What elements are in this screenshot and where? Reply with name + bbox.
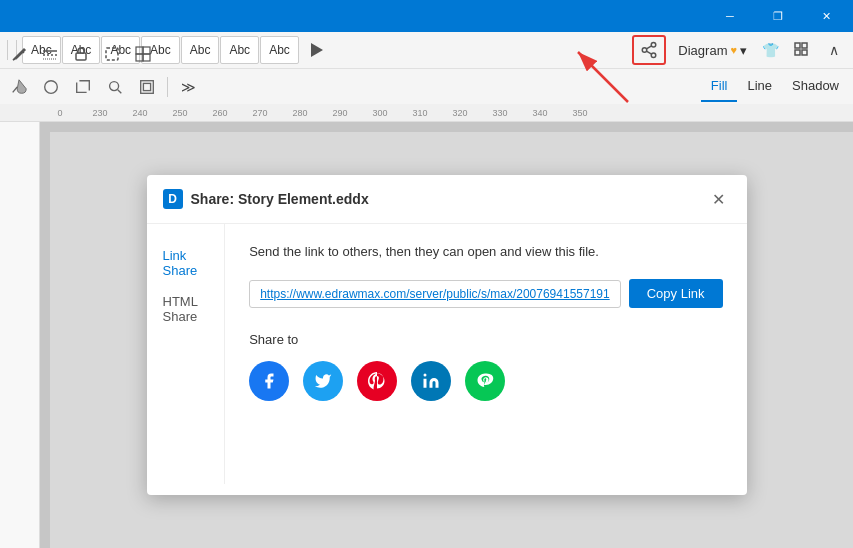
svg-rect-8 xyxy=(802,50,807,55)
svg-rect-6 xyxy=(802,43,807,48)
diagram-label: Diagram xyxy=(678,43,727,58)
diagram-dropdown[interactable]: Diagram ♥ ▾ xyxy=(672,40,753,61)
restore-button[interactable]: ❐ xyxy=(755,0,801,32)
pinterest-share-button[interactable] xyxy=(357,361,397,401)
svg-rect-23 xyxy=(143,47,150,54)
heart-icon: ♥ xyxy=(730,44,737,56)
svg-rect-5 xyxy=(795,43,800,48)
share-dialog: D Share: Story Element.eddx ✕ Link Share… xyxy=(147,175,747,495)
svg-rect-20 xyxy=(76,53,86,60)
shape-icon[interactable] xyxy=(36,73,66,101)
dialog-content: Send the link to others, then they can o… xyxy=(225,224,746,484)
line-share-button[interactable] xyxy=(465,361,505,401)
nav-html-share[interactable]: HTML Share xyxy=(147,286,225,332)
svg-rect-14 xyxy=(141,80,154,93)
ruler-mark: 280 xyxy=(280,108,320,118)
share-to-label: Share to xyxy=(249,332,722,347)
svg-rect-22 xyxy=(136,47,143,54)
svg-point-11 xyxy=(45,80,58,93)
ruler-mark: 0 xyxy=(40,108,80,118)
svg-line-3 xyxy=(647,51,652,54)
close-button[interactable]: ✕ xyxy=(803,0,849,32)
dialog-body: Link Share HTML Share Send the link to o… xyxy=(147,224,747,484)
frame-icon[interactable] xyxy=(132,73,162,101)
abc-btn-6[interactable]: Abc xyxy=(260,36,299,64)
svg-rect-25 xyxy=(143,54,150,61)
shadow-tab[interactable]: Shadow xyxy=(782,71,849,102)
svg-marker-9 xyxy=(311,43,323,57)
ruler-mark: 270 xyxy=(240,108,280,118)
nav-link-share[interactable]: Link Share xyxy=(147,240,225,286)
crop-icon[interactable] xyxy=(68,73,98,101)
toolbar-row2: ≫ Fill Line Shadow xyxy=(0,68,853,104)
ruler-mark: 290 xyxy=(320,108,360,118)
svg-line-4 xyxy=(647,46,652,49)
svg-point-28 xyxy=(424,374,427,377)
svg-rect-24 xyxy=(136,54,143,61)
dialog-title: Share: Story Element.eddx xyxy=(191,191,699,207)
dialog-close-button[interactable]: ✕ xyxy=(707,187,731,211)
svg-point-0 xyxy=(652,43,657,48)
tshirt-button[interactable]: 👕 xyxy=(755,36,785,64)
abc-btn-4[interactable]: Abc xyxy=(181,36,220,64)
main-area: D Share: Story Element.eddx ✕ Link Share… xyxy=(0,122,853,548)
chevron-up-icon[interactable]: ∧ xyxy=(819,36,849,64)
svg-point-2 xyxy=(652,53,657,58)
toolbar2-left xyxy=(4,40,158,68)
ruler-mark: 300 xyxy=(360,108,400,118)
svg-rect-27 xyxy=(424,379,427,388)
link-row: https://www.edrawmax.com/server/public/s… xyxy=(249,279,722,308)
svg-line-13 xyxy=(118,89,122,93)
titlebar: ─ ❐ ✕ xyxy=(0,0,853,32)
line-tab[interactable]: Line xyxy=(737,71,782,102)
sep-r1 xyxy=(167,77,168,97)
window-controls: ─ ❐ ✕ xyxy=(707,0,849,32)
pen-icon[interactable] xyxy=(4,40,34,68)
social-icons-row xyxy=(249,361,722,401)
grid-button[interactable] xyxy=(787,36,817,64)
dialog-sidebar: Link Share HTML Share xyxy=(147,224,226,484)
svg-point-12 xyxy=(110,81,119,90)
dialog-title-icon: D xyxy=(163,189,183,209)
search-icon[interactable] xyxy=(100,73,130,101)
dialog-description: Send the link to others, then they can o… xyxy=(249,244,722,259)
ruler: 0 230 240 250 260 270 280 290 300 310 32… xyxy=(0,104,853,122)
svg-rect-15 xyxy=(143,83,150,90)
multi-select-icon[interactable] xyxy=(128,40,158,68)
ruler-mark: 240 xyxy=(120,108,160,118)
double-chevron-right[interactable]: ≫ xyxy=(173,73,203,101)
line-style-icon[interactable] xyxy=(35,40,65,68)
linkedin-share-button[interactable] xyxy=(411,361,451,401)
ruler-mark: 250 xyxy=(160,108,200,118)
svg-rect-21 xyxy=(106,48,118,60)
svg-line-10 xyxy=(13,87,18,92)
expand-icon[interactable] xyxy=(302,36,332,64)
svg-point-1 xyxy=(643,48,648,53)
abc-btn-5[interactable]: Abc xyxy=(220,36,259,64)
minimize-button[interactable]: ─ xyxy=(707,0,753,32)
style-tabs-right: Fill Line Shadow xyxy=(701,71,849,102)
left-sidebar xyxy=(0,122,40,548)
copy-link-button[interactable]: Copy Link xyxy=(629,279,723,308)
link-url-display[interactable]: https://www.edrawmax.com/server/public/s… xyxy=(249,280,621,308)
lock-icon[interactable] xyxy=(66,40,96,68)
facebook-share-button[interactable] xyxy=(249,361,289,401)
rect-select-icon[interactable] xyxy=(97,40,127,68)
svg-rect-7 xyxy=(795,50,800,55)
diagram-dropdown-icon: ▾ xyxy=(740,43,747,58)
ruler-mark: 260 xyxy=(200,108,240,118)
ruler-mark: 350 xyxy=(560,108,600,118)
dialog-overlay: D Share: Story Element.eddx ✕ Link Share… xyxy=(40,122,853,548)
ruler-mark: 340 xyxy=(520,108,560,118)
fill-tab[interactable]: Fill xyxy=(701,71,738,102)
ruler-mark: 230 xyxy=(80,108,120,118)
ruler-mark: 330 xyxy=(480,108,520,118)
fill-color-icon[interactable] xyxy=(4,73,34,101)
ruler-mark: 320 xyxy=(440,108,480,118)
canvas-area: D Share: Story Element.eddx ✕ Link Share… xyxy=(40,122,853,548)
share-button[interactable] xyxy=(632,35,666,65)
dialog-header: D Share: Story Element.eddx ✕ xyxy=(147,175,747,224)
ruler-mark: 310 xyxy=(400,108,440,118)
twitter-share-button[interactable] xyxy=(303,361,343,401)
